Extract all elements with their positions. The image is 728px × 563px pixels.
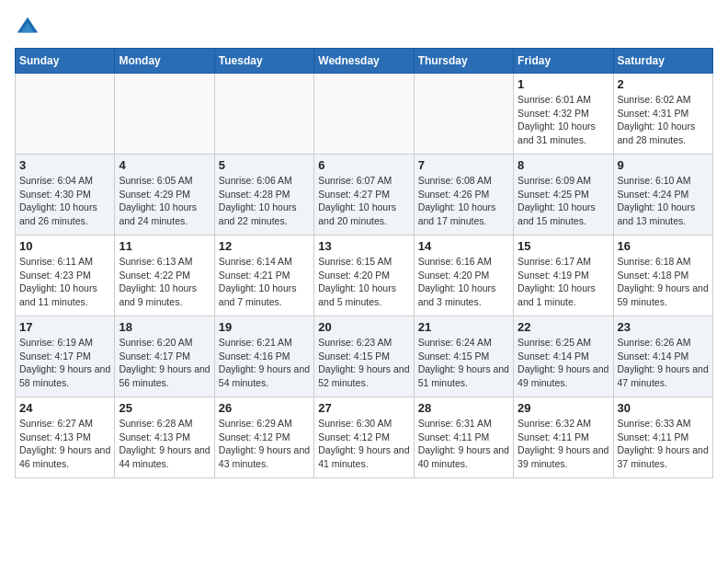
day-info: Sunrise: 6:21 AM Sunset: 4:16 PM Dayligh…: [219, 336, 310, 390]
day-info: Sunrise: 6:28 AM Sunset: 4:13 PM Dayligh…: [119, 417, 210, 471]
page-header: [15, 15, 713, 40]
calendar-cell: 27Sunrise: 6:30 AM Sunset: 4:12 PM Dayli…: [314, 397, 414, 478]
calendar-cell: 1Sunrise: 6:01 AM Sunset: 4:32 PM Daylig…: [514, 74, 613, 155]
header-cell-monday: Monday: [115, 49, 214, 74]
week-row-1: 1Sunrise: 6:01 AM Sunset: 4:32 PM Daylig…: [16, 74, 713, 155]
week-row-4: 17Sunrise: 6:19 AM Sunset: 4:17 PM Dayli…: [16, 316, 713, 397]
calendar-cell: [414, 74, 513, 155]
day-number: 11: [119, 239, 210, 253]
calendar-cell: 26Sunrise: 6:29 AM Sunset: 4:12 PM Dayli…: [214, 397, 313, 478]
day-info: Sunrise: 6:31 AM Sunset: 4:11 PM Dayligh…: [418, 417, 509, 471]
day-info: Sunrise: 6:10 AM Sunset: 4:24 PM Dayligh…: [618, 174, 709, 228]
day-number: 10: [19, 239, 110, 253]
calendar-cell: 3Sunrise: 6:04 AM Sunset: 4:30 PM Daylig…: [16, 155, 115, 236]
day-info: Sunrise: 6:15 AM Sunset: 4:20 PM Dayligh…: [318, 255, 409, 309]
day-number: 26: [219, 401, 310, 415]
day-number: 4: [119, 158, 210, 172]
day-number: 15: [518, 239, 609, 253]
day-number: 5: [219, 158, 310, 172]
calendar-cell: 12Sunrise: 6:14 AM Sunset: 4:21 PM Dayli…: [214, 236, 313, 316]
day-info: Sunrise: 6:02 AM Sunset: 4:31 PM Dayligh…: [618, 93, 709, 147]
calendar-cell: 15Sunrise: 6:17 AM Sunset: 4:19 PM Dayli…: [514, 236, 613, 316]
header-cell-friday: Friday: [514, 49, 613, 74]
day-number: 29: [518, 401, 609, 415]
calendar-cell: 20Sunrise: 6:23 AM Sunset: 4:15 PM Dayli…: [314, 316, 414, 397]
header-cell-saturday: Saturday: [613, 49, 712, 74]
day-info: Sunrise: 6:33 AM Sunset: 4:11 PM Dayligh…: [618, 417, 709, 471]
calendar-cell: 17Sunrise: 6:19 AM Sunset: 4:17 PM Dayli…: [16, 316, 115, 397]
header-cell-wednesday: Wednesday: [314, 49, 414, 74]
calendar-cell: 10Sunrise: 6:11 AM Sunset: 4:23 PM Dayli…: [16, 236, 115, 316]
day-info: Sunrise: 6:07 AM Sunset: 4:27 PM Dayligh…: [318, 174, 409, 228]
calendar-cell: 7Sunrise: 6:08 AM Sunset: 4:26 PM Daylig…: [414, 155, 513, 236]
day-info: Sunrise: 6:16 AM Sunset: 4:20 PM Dayligh…: [418, 255, 509, 309]
day-number: 30: [618, 401, 709, 415]
day-number: 28: [418, 401, 509, 415]
day-info: Sunrise: 6:20 AM Sunset: 4:17 PM Dayligh…: [119, 336, 210, 390]
day-info: Sunrise: 6:14 AM Sunset: 4:21 PM Dayligh…: [219, 255, 310, 309]
calendar-cell: 16Sunrise: 6:18 AM Sunset: 4:18 PM Dayli…: [613, 236, 712, 316]
day-info: Sunrise: 6:32 AM Sunset: 4:11 PM Dayligh…: [518, 417, 609, 471]
day-number: 2: [618, 77, 709, 91]
calendar-cell: 23Sunrise: 6:26 AM Sunset: 4:14 PM Dayli…: [613, 316, 712, 397]
calendar-cell: 18Sunrise: 6:20 AM Sunset: 4:17 PM Dayli…: [115, 316, 214, 397]
day-info: Sunrise: 6:05 AM Sunset: 4:29 PM Dayligh…: [119, 174, 210, 228]
day-number: 12: [219, 239, 310, 253]
day-number: 20: [318, 320, 409, 334]
day-number: 23: [618, 320, 709, 334]
day-number: 25: [119, 401, 210, 415]
calendar-cell: 5Sunrise: 6:06 AM Sunset: 4:28 PM Daylig…: [214, 155, 313, 236]
day-info: Sunrise: 6:29 AM Sunset: 4:12 PM Dayligh…: [219, 417, 310, 471]
day-number: 17: [19, 320, 110, 334]
day-info: Sunrise: 6:04 AM Sunset: 4:30 PM Dayligh…: [19, 174, 110, 228]
calendar-cell: 13Sunrise: 6:15 AM Sunset: 4:20 PM Dayli…: [314, 236, 414, 316]
calendar-cell: 25Sunrise: 6:28 AM Sunset: 4:13 PM Dayli…: [115, 397, 214, 478]
day-info: Sunrise: 6:26 AM Sunset: 4:14 PM Dayligh…: [618, 336, 709, 390]
day-info: Sunrise: 6:19 AM Sunset: 4:17 PM Dayligh…: [19, 336, 110, 390]
day-number: 1: [518, 77, 609, 91]
day-info: Sunrise: 6:11 AM Sunset: 4:23 PM Dayligh…: [19, 255, 110, 309]
day-number: 22: [518, 320, 609, 334]
day-number: 3: [19, 158, 110, 172]
day-number: 24: [19, 401, 110, 415]
day-info: Sunrise: 6:01 AM Sunset: 4:32 PM Dayligh…: [518, 93, 609, 147]
day-number: 6: [318, 158, 409, 172]
day-number: 27: [318, 401, 409, 415]
calendar-cell: 14Sunrise: 6:16 AM Sunset: 4:20 PM Dayli…: [414, 236, 513, 316]
week-row-5: 24Sunrise: 6:27 AM Sunset: 4:13 PM Dayli…: [16, 397, 713, 478]
calendar-cell: [16, 74, 115, 155]
day-number: 18: [119, 320, 210, 334]
calendar-cell: 21Sunrise: 6:24 AM Sunset: 4:15 PM Dayli…: [414, 316, 513, 397]
header-row: SundayMondayTuesdayWednesdayThursdayFrid…: [16, 49, 713, 74]
day-number: 14: [418, 239, 509, 253]
day-number: 8: [518, 158, 609, 172]
calendar-cell: 11Sunrise: 6:13 AM Sunset: 4:22 PM Dayli…: [115, 236, 214, 316]
header-cell-sunday: Sunday: [16, 49, 115, 74]
day-info: Sunrise: 6:18 AM Sunset: 4:18 PM Dayligh…: [618, 255, 709, 309]
day-info: Sunrise: 6:27 AM Sunset: 4:13 PM Dayligh…: [19, 417, 110, 471]
header-cell-tuesday: Tuesday: [214, 49, 313, 74]
calendar-cell: 4Sunrise: 6:05 AM Sunset: 4:29 PM Daylig…: [115, 155, 214, 236]
calendar-cell: 9Sunrise: 6:10 AM Sunset: 4:24 PM Daylig…: [613, 155, 712, 236]
calendar-cell: 22Sunrise: 6:25 AM Sunset: 4:14 PM Dayli…: [514, 316, 613, 397]
calendar-cell: 8Sunrise: 6:09 AM Sunset: 4:25 PM Daylig…: [514, 155, 613, 236]
day-info: Sunrise: 6:24 AM Sunset: 4:15 PM Dayligh…: [418, 336, 509, 390]
week-row-2: 3Sunrise: 6:04 AM Sunset: 4:30 PM Daylig…: [16, 155, 713, 236]
calendar-cell: 19Sunrise: 6:21 AM Sunset: 4:16 PM Dayli…: [214, 316, 313, 397]
day-info: Sunrise: 6:09 AM Sunset: 4:25 PM Dayligh…: [518, 174, 609, 228]
day-info: Sunrise: 6:08 AM Sunset: 4:26 PM Dayligh…: [418, 174, 509, 228]
logo: [15, 15, 44, 40]
calendar-cell: [214, 74, 313, 155]
day-info: Sunrise: 6:30 AM Sunset: 4:12 PM Dayligh…: [318, 417, 409, 471]
calendar-table: SundayMondayTuesdayWednesdayThursdayFrid…: [15, 48, 713, 478]
calendar-cell: 24Sunrise: 6:27 AM Sunset: 4:13 PM Dayli…: [16, 397, 115, 478]
calendar-cell: 28Sunrise: 6:31 AM Sunset: 4:11 PM Dayli…: [414, 397, 513, 478]
day-info: Sunrise: 6:23 AM Sunset: 4:15 PM Dayligh…: [318, 336, 409, 390]
day-number: 19: [219, 320, 310, 334]
calendar-cell: 29Sunrise: 6:32 AM Sunset: 4:11 PM Dayli…: [514, 397, 613, 478]
day-info: Sunrise: 6:25 AM Sunset: 4:14 PM Dayligh…: [518, 336, 609, 390]
day-number: 9: [618, 158, 709, 172]
calendar-cell: 6Sunrise: 6:07 AM Sunset: 4:27 PM Daylig…: [314, 155, 414, 236]
day-number: 7: [418, 158, 509, 172]
day-info: Sunrise: 6:17 AM Sunset: 4:19 PM Dayligh…: [518, 255, 609, 309]
